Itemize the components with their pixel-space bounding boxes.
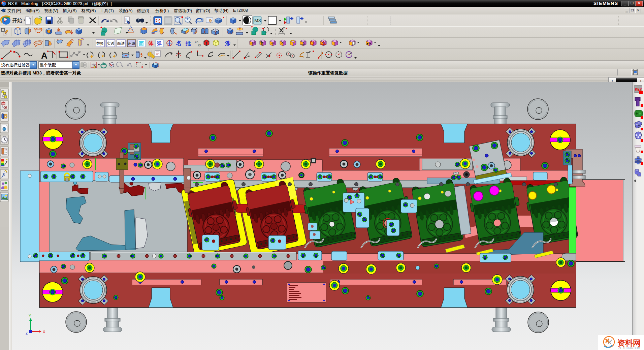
svg-text:py: py [198,43,201,46]
svg-text:面: 面 [139,41,144,46]
svg-text:名: 名 [176,40,182,46]
svg-text:弹: 弹 [157,41,162,46]
svg-text:i: i [125,18,127,23]
svg-text:ZL.XS1616.COM: ZL.XS1616.COM [618,346,640,350]
svg-text:X: X [43,330,45,334]
svg-text:面透: 面透 [117,41,125,45]
svg-text:涉: 涉 [225,40,230,46]
svg-text:替换: 替换 [96,41,104,45]
svg-text:开始: 开始 [12,18,22,23]
svg-text:Z: Z [26,331,28,335]
svg-text:M3: M3 [254,18,261,23]
svg-text:A: A [41,51,47,61]
svg-text:体: 体 [148,40,154,46]
svg-text:批: 批 [185,40,191,46]
svg-text:Y: Y [29,314,31,318]
svg-text:还原: 还原 [128,41,136,45]
svg-text:实透: 实透 [107,41,115,45]
